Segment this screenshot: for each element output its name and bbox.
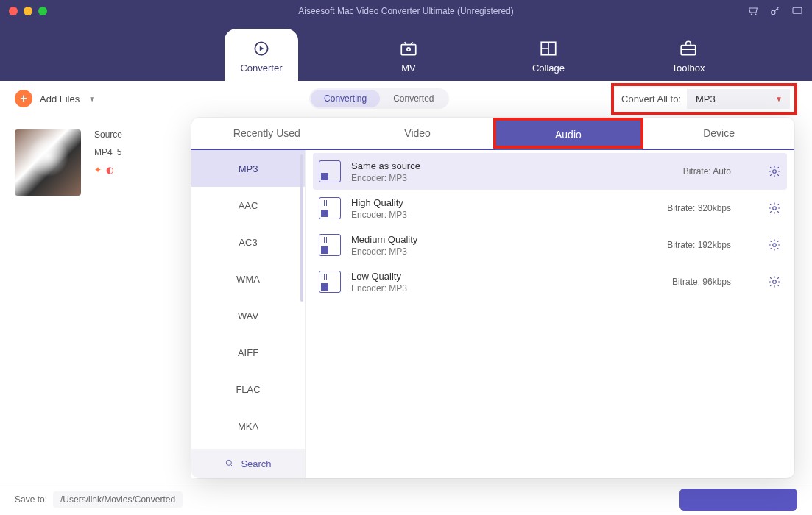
quality-encoder: Encoder: MP3 — [351, 210, 407, 220]
quality-row-high[interactable]: High Quality Encoder: MP3 Bitrate: 320kb… — [313, 190, 787, 227]
svg-point-8 — [773, 170, 777, 174]
close-window[interactable] — [9, 7, 18, 15]
format-search[interactable]: Search — [191, 449, 305, 478]
dropdown-caret-icon: ▼ — [775, 95, 783, 103]
window-title: Aiseesoft Mac Video Converter Ultimate (… — [298, 6, 514, 16]
format-item-wav[interactable]: WAV — [191, 297, 305, 334]
status-segment: Converting Converted — [309, 88, 448, 109]
quality-name: Same as source — [351, 160, 420, 171]
svg-point-10 — [773, 244, 777, 247]
feedback-icon[interactable] — [791, 5, 803, 17]
main-content: Source MP4 5 ✦ ◐ Recently Used Video Aud… — [0, 116, 812, 483]
gear-icon[interactable] — [768, 202, 781, 215]
format-popup: Recently Used Video Audio Device MP3 AAC… — [191, 118, 794, 478]
quality-name: Low Quality — [351, 271, 407, 282]
format-scrollbar[interactable] — [300, 154, 303, 302]
svg-rect-6 — [681, 46, 696, 55]
popup-tab-audio-wrap: Audio — [493, 118, 644, 149]
segment-converting[interactable]: Converting — [311, 90, 380, 107]
tab-mv-label: MV — [401, 63, 416, 74]
popup-tab-recently[interactable]: Recently Used — [191, 118, 342, 149]
format-item-aac[interactable]: AAC — [191, 187, 305, 224]
file-thumbnail[interactable] — [15, 129, 81, 196]
quality-encoder: Encoder: MP3 — [351, 246, 417, 257]
svg-point-4 — [407, 48, 410, 51]
quality-list: Same as source Encoder: MP3 Bitrate: Aut… — [306, 150, 794, 478]
zoom-window[interactable] — [38, 7, 47, 15]
file-short: 5 — [117, 147, 122, 157]
toolbar: + Add Files ▼ Converting Converted Conve… — [0, 81, 812, 116]
convert-all-button[interactable] — [679, 489, 797, 511]
svg-rect-3 — [401, 45, 416, 55]
format-item-flac[interactable]: FLAC — [191, 371, 305, 408]
tab-toolbox-label: Toolbox — [672, 63, 705, 74]
popup-tab-video[interactable]: Video — [342, 118, 493, 149]
quality-name: Medium Quality — [351, 234, 417, 245]
segment-converted[interactable]: Converted — [380, 90, 447, 107]
gear-icon[interactable] — [768, 165, 781, 178]
save-path[interactable]: /Users/link/Movies/Converted — [53, 491, 183, 508]
quality-bitrate: Bitrate: 192kbps — [667, 240, 731, 250]
quality-icon — [319, 271, 341, 293]
format-list[interactable]: MP3 AAC AC3 WMA WAV AIFF FLAC MKA Search — [191, 150, 306, 478]
search-label: Search — [241, 458, 271, 469]
chevron-down-icon[interactable]: ▼ — [88, 95, 96, 103]
tab-converter[interactable]: Converter — [225, 29, 298, 81]
quality-bitrate: Bitrate: 320kbps — [667, 203, 731, 213]
window-controls — [9, 7, 47, 15]
convert-all-label: Convert All to: — [621, 93, 681, 104]
format-item-mp3[interactable]: MP3 — [191, 150, 305, 187]
effect-icon[interactable]: ✦ — [94, 165, 102, 175]
minimize-window[interactable] — [24, 7, 32, 15]
convert-all-dropdown[interactable]: MP3 ▼ — [687, 89, 790, 109]
quality-bitrate: Bitrate: 96kbps — [672, 277, 731, 287]
add-files-button[interactable]: + Add Files ▼ — [15, 90, 96, 107]
popup-tabs: Recently Used Video Audio Device — [191, 118, 794, 150]
bottom-bar: Save to: /Users/link/Movies/Converted — [0, 483, 812, 515]
format-item-aiff[interactable]: AIFF — [191, 334, 305, 371]
quality-encoder: Encoder: MP3 — [351, 173, 420, 183]
plus-icon: + — [15, 90, 32, 107]
gear-icon[interactable] — [768, 238, 781, 252]
quality-row-low[interactable]: Low Quality Encoder: MP3 Bitrate: 96kbps — [313, 263, 787, 300]
tab-mv[interactable]: MV — [379, 39, 438, 81]
search-icon — [225, 458, 235, 469]
key-icon[interactable] — [769, 5, 781, 17]
quality-encoder: Encoder: MP3 — [351, 283, 407, 294]
svg-point-0 — [772, 10, 775, 14]
tab-collage-label: Collage — [532, 63, 565, 74]
popup-tab-device[interactable]: Device — [643, 118, 794, 149]
gear-icon[interactable] — [768, 275, 781, 288]
quality-icon — [319, 234, 341, 256]
file-source-label: Source — [94, 129, 122, 140]
tab-toolbox[interactable]: Toolbox — [659, 39, 718, 81]
popup-tab-audio[interactable]: Audio — [495, 119, 643, 150]
quality-row-same[interactable]: Same as source Encoder: MP3 Bitrate: Aut… — [313, 153, 787, 190]
cart-icon[interactable] — [747, 5, 759, 17]
svg-point-7 — [227, 460, 232, 465]
convert-all-region: Convert All to: MP3 ▼ — [611, 83, 797, 115]
quality-name: High Quality — [351, 197, 407, 208]
titlebar: Aiseesoft Mac Video Converter Ultimate (… — [0, 0, 812, 22]
save-to-label: Save to: — [15, 494, 47, 505]
main-nav: Converter MV Collage Toolbox — [0, 22, 812, 81]
format-item-wma[interactable]: WMA — [191, 260, 305, 297]
svg-point-9 — [773, 207, 777, 210]
effect-icon-2[interactable]: ◐ — [106, 165, 113, 175]
svg-point-11 — [773, 280, 777, 284]
quality-icon — [319, 197, 341, 219]
quality-bitrate: Bitrate: Auto — [683, 166, 731, 177]
quality-row-medium[interactable]: Medium Quality Encoder: MP3 Bitrate: 192… — [313, 227, 787, 263]
tab-collage[interactable]: Collage — [519, 39, 578, 81]
quality-icon — [319, 160, 341, 182]
file-format: MP4 — [94, 147, 113, 157]
add-files-label: Add Files — [40, 93, 80, 104]
convert-all-value: MP3 — [696, 93, 716, 104]
format-item-mka[interactable]: MKA — [191, 408, 305, 444]
format-item-ac3[interactable]: AC3 — [191, 224, 305, 260]
tab-converter-label: Converter — [240, 63, 282, 74]
